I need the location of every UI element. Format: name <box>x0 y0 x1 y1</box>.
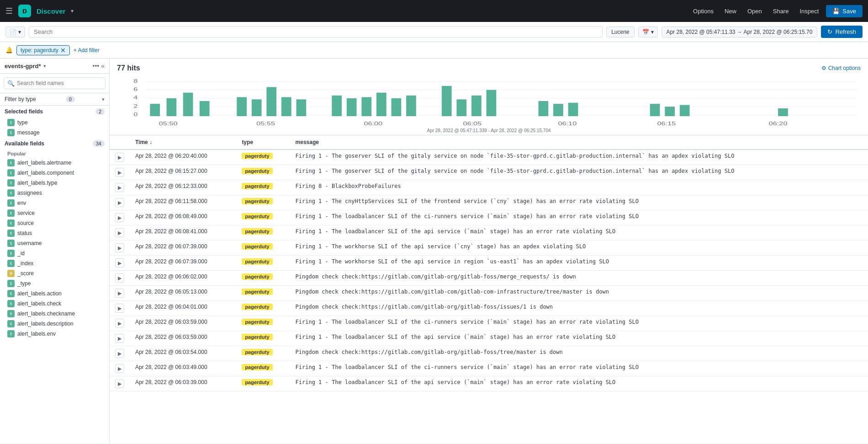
available-field-item[interactable]: tservice <box>0 208 109 218</box>
expand-button[interactable]: ▶ <box>115 334 124 343</box>
search-fields-input[interactable] <box>4 77 106 89</box>
svg-rect-12 <box>183 93 193 116</box>
available-field-item[interactable]: tenv <box>0 198 109 208</box>
expand-button[interactable]: ▶ <box>115 304 124 313</box>
svg-rect-11 <box>167 98 177 116</box>
table-row[interactable]: ▶ Apr 28, 2022 @ 06:03:49.000 pagerduty … <box>110 361 868 376</box>
field-type-icon: t <box>7 290 15 297</box>
index-options-button[interactable]: ••• <box>92 62 99 70</box>
time-cell: Apr 28, 2022 @ 06:08:41.000 <box>130 225 236 241</box>
chart-options-button[interactable]: ⚙ Chart options <box>821 65 861 71</box>
filter-by-type-row[interactable]: Filter by type 0 ▾ <box>0 93 109 106</box>
expand-button[interactable]: ▶ <box>115 319 124 328</box>
time-column-header[interactable]: Time ↓ <box>130 135 236 150</box>
popular-label: Popular <box>0 150 109 158</box>
table-row[interactable]: ▶ Apr 28, 2022 @ 06:11:58.000 pagerduty … <box>110 195 868 210</box>
table-row[interactable]: ▶ Apr 28, 2022 @ 06:15:27.000 pagerduty … <box>110 165 868 180</box>
lucene-button[interactable]: Lucene <box>606 27 634 37</box>
message-column-header[interactable]: message <box>290 135 868 150</box>
add-filter-button[interactable]: + Add filter <box>74 47 100 53</box>
options-button[interactable]: Options <box>689 6 717 16</box>
expand-button[interactable]: ▶ <box>115 153 124 162</box>
expand-button[interactable]: ▶ <box>115 349 124 358</box>
app-title[interactable]: Discover <box>37 7 65 15</box>
table-row[interactable]: ▶ Apr 28, 2022 @ 06:07:39.000 pagerduty … <box>110 256 868 271</box>
filter-tag[interactable]: type: pagerduty ✕ <box>16 45 70 55</box>
doc-icon-button[interactable]: 📄 ▾ <box>5 27 25 37</box>
table-row[interactable]: ▶ Apr 28, 2022 @ 06:03:59.000 pagerduty … <box>110 316 868 331</box>
available-field-item[interactable]: talert_labels.component <box>0 168 109 178</box>
table-row[interactable]: ▶ Apr 28, 2022 @ 06:06:02.000 pagerduty … <box>110 271 868 286</box>
svg-text:05:50: 05:50 <box>159 120 178 126</box>
field-type-icon: t <box>7 119 15 126</box>
selected-field-item[interactable]: tmessage <box>0 128 109 138</box>
hamburger-icon[interactable]: ☰ <box>5 6 13 16</box>
app-chevron-icon[interactable]: ▾ <box>71 8 74 14</box>
table-row[interactable]: ▶ Apr 28, 2022 @ 06:08:49.000 pagerduty … <box>110 210 868 225</box>
time-range-selector[interactable]: Apr 28, 2022 @ 05:47:11.33 → Apr 28, 202… <box>662 27 818 37</box>
expand-button[interactable]: ▶ <box>115 289 124 298</box>
table-row[interactable]: ▶ Apr 28, 2022 @ 06:04:01.000 pagerduty … <box>110 301 868 316</box>
table-row[interactable]: ▶ Apr 28, 2022 @ 06:05:13.000 pagerduty … <box>110 286 868 301</box>
available-fields-header[interactable]: Available fields 34 <box>0 138 109 150</box>
message-cell: Firing 1 - The goserver SLI of the gital… <box>290 165 868 180</box>
expand-button[interactable]: ▶ <box>115 183 124 192</box>
type-badge: pagerduty <box>242 153 272 159</box>
available-field-item[interactable]: talert_labels.description <box>0 319 109 329</box>
filter-tag-close-icon[interactable]: ✕ <box>60 47 66 54</box>
available-field-item[interactable]: talert_labels.alertname <box>0 158 109 168</box>
expand-button[interactable]: ▶ <box>115 198 124 207</box>
selected-fields-header[interactable]: Selected fields 2 <box>0 106 109 118</box>
expand-button[interactable]: ▶ <box>115 258 124 267</box>
table-row[interactable]: ▶ Apr 28, 2022 @ 06:07:39.000 pagerduty … <box>110 241 868 256</box>
table-row[interactable]: ▶ Apr 28, 2022 @ 06:03:59.000 pagerduty … <box>110 331 868 346</box>
expand-button[interactable]: ▶ <box>115 273 124 283</box>
calendar-button[interactable]: 📅 ▾ <box>638 27 658 37</box>
open-button[interactable]: Open <box>744 6 766 16</box>
message-cell: Firing 1 - The loadbalancer SLI of the c… <box>290 361 868 376</box>
filter-tag-label: type: pagerduty <box>21 47 58 53</box>
inspect-button[interactable]: Inspect <box>796 6 822 16</box>
table-row[interactable]: ▶ Apr 28, 2022 @ 06:03:39.000 pagerduty … <box>110 376 868 391</box>
available-field-item[interactable]: talert_labels.env <box>0 329 109 339</box>
available-field-item[interactable]: talert_labels.check <box>0 299 109 309</box>
table-row[interactable]: ▶ Apr 28, 2022 @ 06:03:54.000 pagerduty … <box>110 346 868 361</box>
table-row[interactable]: ▶ Apr 28, 2022 @ 06:20:40.000 pagerduty … <box>110 150 868 165</box>
available-field-item[interactable]: tsource <box>0 218 109 228</box>
selected-fields-count: 2 <box>95 108 105 115</box>
search-input[interactable] <box>34 28 598 35</box>
index-collapse-button[interactable]: « <box>101 62 105 70</box>
type-badge: pagerduty <box>242 304 272 310</box>
expand-button[interactable]: ▶ <box>115 379 124 388</box>
new-button[interactable]: New <box>721 6 740 16</box>
field-name: status <box>17 230 32 236</box>
share-button[interactable]: Share <box>769 6 793 16</box>
time-cell: Apr 28, 2022 @ 06:03:54.000 <box>130 346 236 361</box>
save-button[interactable]: 💾 Save <box>826 5 863 17</box>
expand-button[interactable]: ▶ <box>115 243 124 252</box>
available-field-item[interactable]: t_type <box>0 278 109 289</box>
type-column-header[interactable]: type <box>236 135 290 150</box>
index-selector[interactable]: events-gprd* ▾ ••• « <box>0 59 109 74</box>
selected-field-item[interactable]: ttype <box>0 118 109 128</box>
expand-button[interactable]: ▶ <box>115 213 124 222</box>
time-cell: Apr 28, 2022 @ 06:12:33.000 <box>130 180 236 195</box>
available-field-item[interactable]: t_index <box>0 258 109 268</box>
available-field-item[interactable]: talert_labels.action <box>0 289 109 299</box>
available-field-item[interactable]: t_id <box>0 248 109 258</box>
expand-button[interactable]: ▶ <box>115 228 124 237</box>
available-field-item[interactable]: talert_labels.type <box>0 178 109 188</box>
available-field-item[interactable]: talert_labels.checkname <box>0 309 109 319</box>
available-field-item[interactable]: tstatus <box>0 228 109 238</box>
table-area[interactable]: Time ↓ type message ▶ Apr 28, 2022 @ 06:… <box>110 135 868 443</box>
table-row[interactable]: ▶ Apr 28, 2022 @ 06:08:41.000 pagerduty … <box>110 225 868 241</box>
table-row[interactable]: ▶ Apr 28, 2022 @ 06:12:33.000 pagerduty … <box>110 180 868 195</box>
filter-type-chevron-icon: ▾ <box>102 96 105 102</box>
available-field-item[interactable]: tassignees <box>0 188 109 198</box>
available-field-item[interactable]: #_score <box>0 268 109 278</box>
available-field-item[interactable]: tusername <box>0 238 109 248</box>
field-type-icon: t <box>7 260 15 267</box>
expand-button[interactable]: ▶ <box>115 364 124 373</box>
expand-button[interactable]: ▶ <box>115 168 124 177</box>
refresh-button[interactable]: ↻ Refresh <box>821 26 863 38</box>
